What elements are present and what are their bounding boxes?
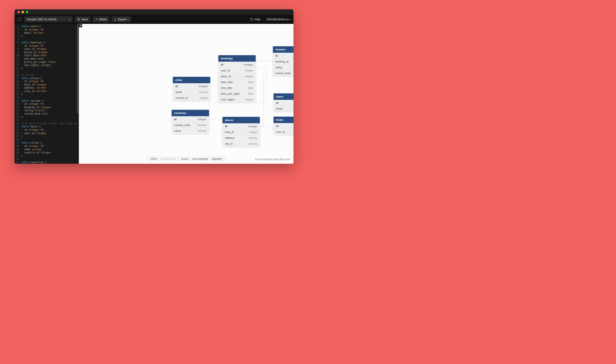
table-column[interactable]: host_idinteger [223,129,260,135]
table-column[interactable]: user_idinteger [218,67,256,73]
table-column[interactable]: ratingtinyint [273,64,293,70]
close-window-button[interactable] [17,11,20,13]
code-line[interactable]: 3 email varchar [14,31,79,35]
diagram-canvas[interactable]: 100% Focus Auto-arrange Highlight From H… [79,24,293,164]
code-editor[interactable]: 1Table users {2 id integer PK3 email var… [14,24,79,164]
table-column[interactable]: idinteger [273,53,293,59]
table-reviews[interactable]: reviewsidintegerbooking_idintegerratingt… [273,46,293,76]
table-column[interactable]: end_datedate [218,85,256,91]
table-column[interactable]: price_per_nightfloat [218,91,256,96]
highlight-button[interactable]: Highlight [212,157,222,160]
code-line[interactable]: 38 id integer PK [14,145,79,148]
code-line[interactable]: 4} [14,35,79,38]
code-line[interactable]: 6Table bookings { [14,41,79,44]
code-line[interactable]: 43Table countries { [14,161,79,164]
document-title-dropdown[interactable]: Sample DBD for Airbnb [24,16,73,22]
code-line[interactable]: 2 id integer PK [14,28,79,32]
code-line[interactable]: 14} [14,67,79,70]
code-line[interactable]: 26 booking_id integer [14,106,79,109]
focus-button[interactable]: Focus [181,157,188,160]
code-line[interactable]: 20 address varchar [14,86,79,90]
table-header[interactable]: cities [173,77,210,83]
table-column[interactable]: namevarchar [172,128,209,134]
table-hosts[interactable]: hostsidintegeruser_idinteger [274,117,293,135]
table-header[interactable]: users [274,93,293,100]
code-line[interactable]: 35} [14,135,79,138]
code-line[interactable]: 31// A host is also a user, but with ad [14,122,79,125]
code-line[interactable]: 24Table reviews { [14,99,79,103]
code-line[interactable]: 18 id integer PK [14,80,79,83]
collapse-editor-button[interactable]: ◀ [79,23,82,27]
code-line[interactable]: 41} [14,154,79,158]
table-column[interactable]: idinteger [172,116,209,122]
table-column[interactable]: user_idinteger [274,129,293,135]
table-column[interactable]: namevarchar [173,89,210,95]
code-line[interactable]: 16// Places [14,74,79,77]
auto-arrange-button[interactable]: Auto-arrange [192,157,208,160]
table-column[interactable]: idinteger [223,123,260,129]
code-line[interactable]: 8 user_id integer [14,48,79,51]
table-header[interactable]: bookings [218,55,256,62]
code-line[interactable]: 29} [14,116,79,119]
table-header[interactable]: reviews [273,46,293,53]
table-places[interactable]: placesidintegerhost_idintegeraddressvarc… [223,117,260,146]
table-column[interactable]: place_idinteger [218,73,256,79]
code-line[interactable]: 25 id integer PK [14,103,79,106]
code-line[interactable]: 27 rating tinyint [14,109,79,112]
table-column[interactable]: num_nightsinteger [218,96,256,102]
zoom-slider-handle[interactable] [175,157,178,160]
scrollbar-thumb[interactable] [77,24,79,113]
table-column[interactable]: emailvarchar [274,106,293,111]
table-header[interactable]: hosts [274,117,293,123]
code-line[interactable]: 11 end_date date [14,57,79,61]
table-column[interactable]: idinteger [173,83,210,89]
code-line[interactable]: 39 name varchar [14,148,79,151]
code-line[interactable]: 37Table cities { [14,141,79,145]
export-button[interactable]: Export [111,16,131,22]
table-header[interactable]: places [223,117,260,123]
minimize-window-button[interactable] [22,11,24,13]
code-line[interactable]: 28 review_body text [14,112,79,116]
code-line[interactable]: 42 [14,157,79,161]
code-line[interactable]: 13 num_nights integer [14,64,79,67]
code-line[interactable]: 21 city_id varchar [14,90,79,93]
table-column[interactable]: country_codevarchar [172,122,209,128]
code-line[interactable]: 7 id integer PK [14,44,79,48]
code-line[interactable]: 19 host_id integer [14,83,79,87]
table-column[interactable]: idinteger [218,62,256,67]
editor-scrollbar[interactable] [77,24,79,164]
code-line[interactable]: 40 country_id integer [14,151,79,154]
code-line[interactable]: 22} [14,93,79,96]
table-column[interactable]: idinteger [274,100,293,106]
table-column[interactable]: idinteger [274,123,293,129]
share-button[interactable]: Share [92,16,109,22]
help-link[interactable]: ? Help [250,18,261,21]
code-line[interactable]: 9 place_id integer [14,51,79,54]
table-column[interactable]: city_idvarchar [223,141,260,146]
table-countries[interactable]: countriesidintegercountry_codevarcharnam… [172,110,209,134]
table-column[interactable]: addressvarchar [223,135,260,141]
code-line[interactable]: 30 [14,119,79,122]
code-line[interactable]: 12 price_per_night float [14,61,79,64]
table-header[interactable]: countries [172,110,209,116]
table-column[interactable]: start_datedate [218,79,256,85]
user-menu[interactable]: hello@holistics.io [267,18,291,21]
save-button[interactable]: Save [75,16,91,22]
table-users[interactable]: usersidintegeremailvarchar [274,93,293,111]
maximize-window-button[interactable] [26,11,28,13]
code-line[interactable]: 17Table places { [14,77,79,80]
code-line[interactable]: 33 id integer PK [14,129,79,132]
table-column[interactable]: booking_idinteger [273,59,293,64]
code-line[interactable]: 32Table hosts { [14,125,79,129]
code-line[interactable]: 5 [14,38,79,41]
code-line[interactable]: 10 start_date date [14,54,79,57]
code-line[interactable]: 34 user_id integer [14,132,79,135]
table-cities[interactable]: citiesidintegernamevarcharcountry_idinte… [173,77,210,101]
table-column[interactable]: country_idinteger [173,95,210,101]
table-column[interactable]: review_bodytext [273,70,293,76]
code-line[interactable]: 15 [14,70,79,74]
table-bookings[interactable]: bookingsidintegeruser_idintegerplace_idi… [218,55,256,102]
zoom-slider[interactable] [161,158,177,159]
code-line[interactable]: 23 [14,96,79,99]
code-line[interactable]: 1Table users { [14,25,79,28]
